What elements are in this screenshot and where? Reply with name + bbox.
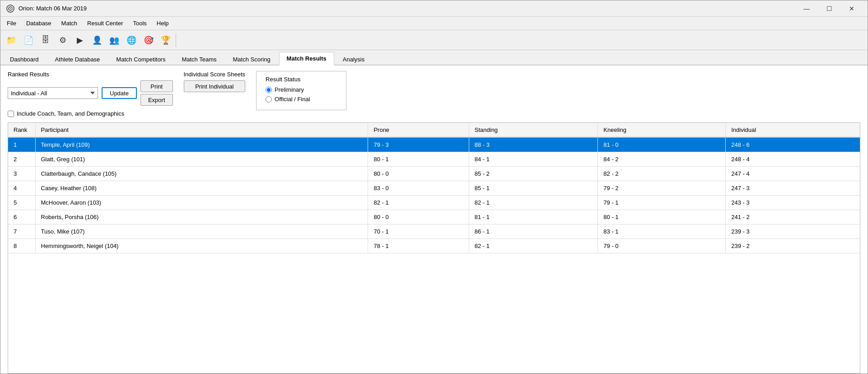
table-row[interactable]: 6Roberts, Porsha (106)80 - 081 - 180 - 1…: [8, 210, 860, 224]
export-button[interactable]: Export: [140, 94, 173, 106]
tab-match-teams[interactable]: Match Teams: [174, 53, 224, 65]
cell-standing-4: 82 - 1: [469, 196, 598, 210]
table-header-row: RankParticipantProneStandingKneelingIndi…: [8, 123, 860, 137]
svg-point-2: [10, 8, 11, 9]
cell-rank-2: 3: [8, 167, 35, 181]
official-radio[interactable]: [266, 96, 272, 103]
update-button[interactable]: Update: [102, 87, 137, 99]
menu-bar: FileDatabaseMatchResult CenterToolsHelp: [0, 17, 868, 30]
controls-row: Ranked Results Individual - AllIndividua…: [8, 71, 860, 117]
cell-kneeling-5: 80 - 1: [598, 210, 726, 224]
group-icon[interactable]: 👥: [106, 32, 122, 48]
results-table: RankParticipantProneStandingKneelingIndi…: [8, 123, 860, 253]
cell-standing-2: 85 - 2: [469, 167, 598, 181]
menu-item-help[interactable]: Help: [152, 18, 173, 28]
settings-icon[interactable]: ⚙: [55, 32, 71, 48]
cell-rank-7: 8: [8, 239, 35, 253]
cell-rank-0: 1: [8, 137, 35, 152]
cell-participant-1: Glatt, Greg (101): [35, 152, 368, 167]
cell-standing-5: 81 - 1: [469, 210, 598, 224]
tab-analysis[interactable]: Analysis: [335, 53, 372, 65]
title-bar-left: Orion: Match 06 Mar 2019: [6, 4, 87, 13]
cell-standing-0: 88 - 3: [469, 137, 598, 152]
print-individual-button[interactable]: Print Individual: [184, 80, 246, 92]
maximize-button[interactable]: ☐: [819, 2, 840, 15]
cell-participant-2: Clatterbaugh, Candace (105): [35, 167, 368, 181]
window-title: Orion: Match 06 Mar 2019: [19, 5, 87, 12]
table-row[interactable]: 1Temple, April (109)79 - 388 - 381 - 024…: [8, 137, 860, 152]
menu-item-result-center[interactable]: Result Center: [83, 18, 127, 28]
cell-standing-3: 85 - 1: [469, 181, 598, 196]
tab-match-competitors[interactable]: Match Competitors: [108, 53, 173, 65]
cell-participant-3: Casey, Heather (108): [35, 181, 368, 196]
add-person-icon[interactable]: 👤: [89, 32, 105, 48]
cell-prone-6: 70 - 1: [368, 224, 469, 239]
results-table-container[interactable]: RankParticipantProneStandingKneelingIndi…: [8, 122, 860, 374]
menu-item-database[interactable]: Database: [22, 18, 56, 28]
cell-prone-1: 80 - 1: [368, 152, 469, 167]
table-row[interactable]: 4Casey, Heather (108)83 - 085 - 179 - 22…: [8, 181, 860, 196]
col-header-rank: Rank: [8, 123, 35, 137]
official-row: Official / Final: [266, 96, 337, 103]
menu-item-tools[interactable]: Tools: [129, 18, 151, 28]
include-checkbox[interactable]: [8, 111, 14, 117]
run-icon[interactable]: ▶: [72, 32, 88, 48]
cell-prone-2: 80 - 0: [368, 167, 469, 181]
cell-kneeling-0: 81 - 0: [598, 137, 726, 152]
table-row[interactable]: 8Hemmingsworth, Neigel (104)78 - 182 - 1…: [8, 239, 860, 253]
database-icon[interactable]: 🗄: [37, 32, 54, 48]
col-header-individual: Individual: [726, 123, 860, 137]
target-icon[interactable]: 🎯: [140, 32, 157, 48]
content-area: Ranked Results Individual - AllIndividua…: [0, 65, 868, 374]
app-icon: [6, 4, 15, 13]
col-header-prone: Prone: [368, 123, 469, 137]
col-header-kneeling: Kneeling: [598, 123, 726, 137]
preliminary-radio[interactable]: [266, 87, 272, 93]
trophy-icon[interactable]: 🏆: [158, 32, 174, 48]
score-sheets-group: Individual Score Sheets Print Individual: [184, 71, 246, 92]
cell-rank-5: 6: [8, 210, 35, 224]
menu-item-match[interactable]: Match: [57, 18, 82, 28]
minimize-button[interactable]: —: [796, 2, 817, 15]
print-button[interactable]: Print: [140, 80, 173, 92]
table-row[interactable]: 5McHoover, Aaron (103)82 - 182 - 179 - 1…: [8, 196, 860, 210]
cell-kneeling-1: 84 - 2: [598, 152, 726, 167]
cell-participant-4: McHoover, Aaron (103): [35, 196, 368, 210]
result-status-box: Result Status Preliminary Official / Fin…: [256, 71, 346, 110]
cell-prone-0: 79 - 3: [368, 137, 469, 152]
menu-item-file[interactable]: File: [2, 18, 21, 28]
cell-participant-5: Roberts, Porsha (106): [35, 210, 368, 224]
preliminary-row: Preliminary: [266, 86, 337, 93]
tab-match-results[interactable]: Match Results: [279, 52, 334, 65]
cell-standing-6: 86 - 1: [469, 224, 598, 239]
cell-individual-3: 247 - 3: [726, 181, 860, 196]
cell-individual-2: 247 - 4: [726, 167, 860, 181]
cell-prone-4: 82 - 1: [368, 196, 469, 210]
cell-standing-7: 82 - 1: [469, 239, 598, 253]
table-row[interactable]: 2Glatt, Greg (101)80 - 184 - 184 - 2248 …: [8, 152, 860, 167]
tab-athlete-database[interactable]: Athlete Database: [47, 53, 108, 65]
new-doc-icon[interactable]: 📄: [20, 32, 37, 48]
cell-standing-1: 84 - 1: [469, 152, 598, 167]
cell-kneeling-3: 79 - 2: [598, 181, 726, 196]
col-header-standing: Standing: [469, 123, 598, 137]
cell-participant-0: Temple, April (109): [35, 137, 368, 152]
table-row[interactable]: 3Clatterbaugh, Candace (105)80 - 085 - 2…: [8, 167, 860, 181]
tab-match-scoring[interactable]: Match Scoring: [225, 53, 278, 65]
table-row[interactable]: 7Tuso, Mike (107)70 - 186 - 183 - 1239 -…: [8, 224, 860, 239]
cell-rank-4: 5: [8, 196, 35, 210]
cell-individual-6: 239 - 3: [726, 224, 860, 239]
title-bar-controls: — ☐ ✕: [796, 2, 862, 15]
cell-rank-6: 7: [8, 224, 35, 239]
result-status-label: Result Status: [266, 76, 337, 83]
tab-dashboard[interactable]: Dashboard: [2, 53, 47, 65]
cell-individual-0: 248 - 6: [726, 137, 860, 152]
cell-participant-7: Hemmingsworth, Neigel (104): [35, 239, 368, 253]
close-button[interactable]: ✕: [841, 2, 862, 15]
cell-participant-6: Tuso, Mike (107): [35, 224, 368, 239]
globe-icon[interactable]: 🌐: [123, 32, 140, 48]
ranked-results-dropdown[interactable]: Individual - AllIndividual - MaleIndivid…: [8, 87, 98, 99]
cell-individual-1: 248 - 4: [726, 152, 860, 167]
cell-prone-7: 78 - 1: [368, 239, 469, 253]
open-folder-icon[interactable]: 📁: [3, 32, 19, 48]
